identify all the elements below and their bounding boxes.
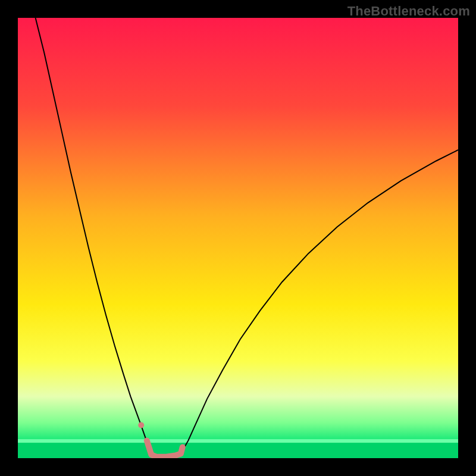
plot-area	[18, 18, 458, 458]
green-strip	[18, 443, 458, 458]
plot-svg	[18, 18, 458, 458]
highlight-dot	[138, 422, 144, 428]
watermark-text: TheBottleneck.com	[347, 4, 470, 19]
gradient-background	[18, 18, 458, 458]
green-strip-highlight	[18, 439, 458, 443]
chart-frame: TheBottleneck.com	[0, 0, 476, 476]
